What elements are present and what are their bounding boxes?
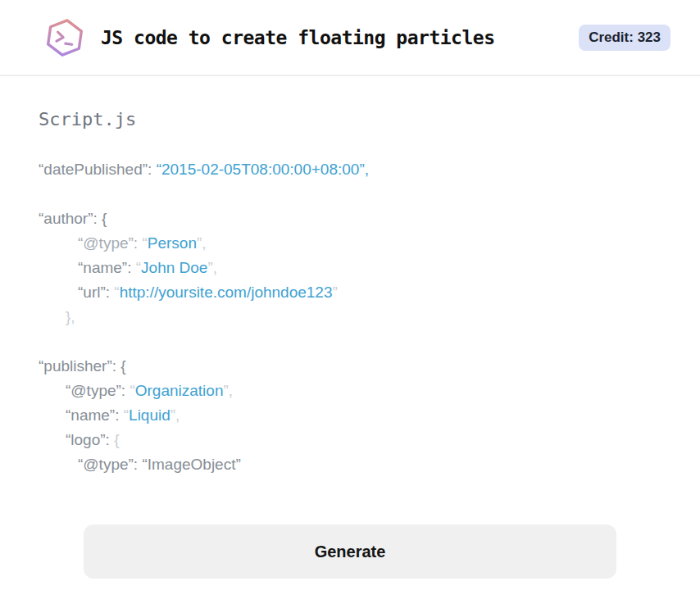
code-blank-line	[39, 182, 661, 207]
page-title: JS code to create floating particles	[101, 27, 495, 48]
code-blank-line	[39, 329, 661, 354]
code-block: “datePublished”: “2015-02-05T08:00:00+08…	[39, 157, 661, 477]
code-line: },	[39, 305, 661, 329]
main-content: Script.js “datePublished”: “2015-02-05T0…	[0, 109, 700, 579]
code-line: “datePublished”: “2015-02-05T08:00:00+08…	[39, 157, 661, 182]
code-line: “url”: “http://yoursite.com/johndoe123”	[39, 280, 661, 305]
code-line: “@type”: “Person”,	[39, 231, 661, 256]
code-line: “name”: “Liquid”,	[39, 403, 661, 428]
header: JS code to create floating particles Cre…	[0, 0, 700, 76]
generate-button[interactable]: Generate	[84, 524, 616, 579]
script-filename: Script.js	[39, 109, 661, 129]
code-line: “logo”: {	[39, 428, 661, 452]
terminal-prompt-hexagon-icon	[43, 16, 86, 59]
button-row: Generate	[84, 524, 616, 579]
code-line: “@type”: “Organization”,	[39, 379, 661, 403]
code-line: “@type”: “ImageObject”	[39, 452, 661, 477]
code-line: “publisher”: {	[39, 354, 661, 379]
code-line: “author”: {	[39, 207, 661, 231]
code-line: “name”: “John Doe”,	[39, 256, 661, 280]
credit-badge: Credit: 323	[579, 25, 670, 51]
